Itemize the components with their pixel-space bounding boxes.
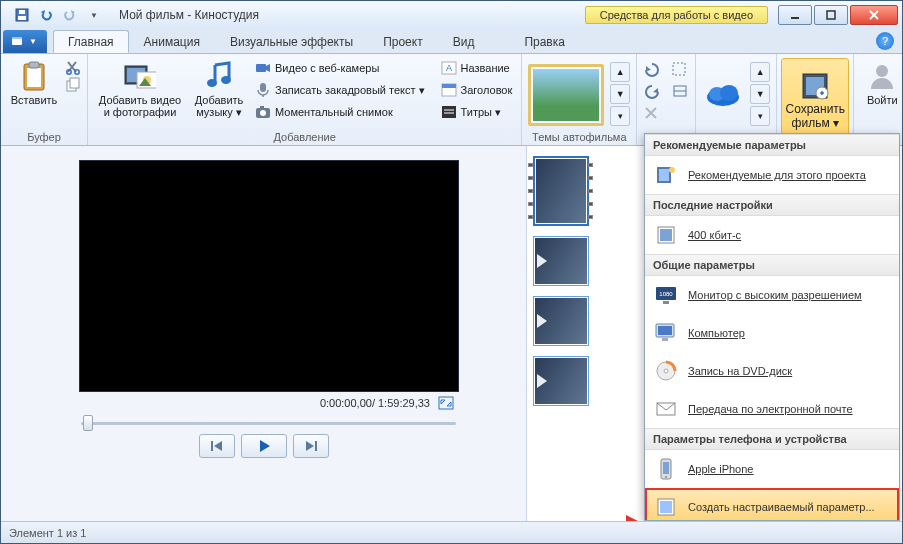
film-setting-icon bbox=[654, 223, 678, 247]
group-clipboard-label: Буфер bbox=[7, 130, 81, 143]
dd-item-email[interactable]: Передача по электронной почте bbox=[645, 390, 899, 428]
webcam-video-button[interactable]: Видео с веб-камеры bbox=[252, 57, 428, 79]
window-title: Мой фильм - Киностудия bbox=[119, 8, 259, 22]
credits-button[interactable]: Титры ▾ bbox=[438, 101, 516, 123]
select-all-icon[interactable] bbox=[671, 61, 689, 77]
group-signin: Войти bbox=[854, 54, 903, 145]
qat-redo-icon[interactable] bbox=[59, 4, 81, 26]
tab-view[interactable]: Вид bbox=[438, 30, 490, 53]
svg-text:1080: 1080 bbox=[659, 291, 673, 297]
next-frame-button[interactable] bbox=[293, 434, 329, 458]
video-preview[interactable] bbox=[79, 160, 459, 392]
share-gallery-up[interactable]: ▲ bbox=[750, 62, 770, 82]
credits-icon bbox=[441, 105, 457, 119]
quick-access-toolbar: ▼ bbox=[5, 4, 111, 26]
tab-visual-effects[interactable]: Визуальные эффекты bbox=[215, 30, 368, 53]
dd-item-400kbit[interactable]: 400 кбит-с bbox=[645, 216, 899, 254]
maximize-button[interactable] bbox=[814, 5, 848, 25]
group-add: Добавить видео и фотографии Добавить муз… bbox=[88, 54, 522, 145]
dd-section-common: Общие параметры bbox=[645, 254, 899, 276]
ribbon-tabs: ▼ Главная Анимация Визуальные эффекты Пр… bbox=[1, 29, 902, 54]
clip-1[interactable] bbox=[533, 156, 589, 226]
play-button[interactable] bbox=[241, 434, 287, 458]
clipboard-icon bbox=[18, 60, 50, 92]
copy-icon[interactable] bbox=[65, 77, 81, 93]
dd-item-dvd[interactable]: Запись на DVD-диск bbox=[645, 352, 899, 390]
close-button[interactable] bbox=[850, 5, 898, 25]
dd-item-custom-setting[interactable]: Создать настраиваемый параметр... bbox=[645, 488, 899, 521]
automovie-theme-gallery[interactable] bbox=[528, 64, 604, 126]
qat-undo-icon[interactable] bbox=[35, 4, 57, 26]
clip-4[interactable] bbox=[533, 356, 589, 406]
svg-rect-26 bbox=[260, 106, 264, 109]
svg-rect-46 bbox=[315, 441, 317, 451]
svg-point-20 bbox=[221, 76, 231, 84]
svg-rect-7 bbox=[12, 37, 22, 39]
paste-label: Вставить bbox=[11, 94, 58, 106]
tab-project[interactable]: Проект bbox=[368, 30, 438, 53]
fullscreen-icon[interactable] bbox=[438, 396, 454, 410]
iphone-icon bbox=[654, 457, 678, 481]
signin-button[interactable]: Войти bbox=[860, 57, 903, 109]
clip-2[interactable] bbox=[533, 236, 589, 286]
voiceover-button[interactable]: Записать закадровый текст ▾ bbox=[252, 79, 428, 101]
clip-3[interactable] bbox=[533, 296, 589, 346]
onedrive-button[interactable] bbox=[702, 81, 744, 107]
group-share: ▲ ▼ ▾ bbox=[696, 54, 777, 145]
tab-home[interactable]: Главная bbox=[53, 30, 129, 53]
snapshot-button[interactable]: Моментальный снимок bbox=[252, 101, 428, 123]
tool-icon[interactable] bbox=[671, 83, 689, 99]
group-edit-misc bbox=[637, 54, 696, 145]
statusbar: Элемент 1 из 1 bbox=[1, 521, 902, 543]
dd-item-recommended-project[interactable]: Рекомендуемые для этого проекта bbox=[645, 156, 899, 194]
svg-rect-56 bbox=[658, 326, 672, 335]
share-gallery-more[interactable]: ▾ bbox=[750, 106, 770, 126]
user-icon bbox=[866, 60, 898, 92]
dd-item-hd-monitor[interactable]: 1080 Монитор с высоким разрешением bbox=[645, 276, 899, 314]
film-photo-icon bbox=[124, 60, 156, 92]
rotate-left-icon[interactable] bbox=[643, 61, 661, 77]
group-clipboard: Вставить Буфер bbox=[1, 54, 88, 145]
window-controls bbox=[778, 5, 898, 25]
gallery-down-button[interactable]: ▼ bbox=[610, 84, 630, 104]
cut-icon[interactable] bbox=[65, 59, 81, 75]
gallery-more-button[interactable]: ▾ bbox=[610, 106, 630, 126]
tab-edit[interactable]: Правка bbox=[509, 30, 580, 53]
add-video-photos-button[interactable]: Добавить видео и фотографии bbox=[94, 57, 186, 121]
computer-icon bbox=[654, 321, 678, 345]
file-menu-button[interactable]: ▼ bbox=[3, 30, 47, 53]
qat-customize-icon[interactable]: ▼ bbox=[83, 4, 105, 26]
webcam-icon bbox=[255, 61, 271, 75]
qat-save-icon[interactable] bbox=[11, 4, 33, 26]
dd-item-iphone[interactable]: Apple iPhone bbox=[645, 450, 899, 488]
svg-point-25 bbox=[260, 110, 266, 116]
dd-item-computer[interactable]: Компьютер bbox=[645, 314, 899, 352]
svg-rect-48 bbox=[659, 169, 669, 181]
svg-rect-57 bbox=[662, 338, 668, 341]
save-movie-label: Сохранить фильм ▾ bbox=[785, 102, 845, 130]
prev-frame-button[interactable] bbox=[199, 434, 235, 458]
paste-button[interactable]: Вставить bbox=[7, 57, 61, 109]
svg-point-43 bbox=[876, 65, 888, 77]
svg-rect-10 bbox=[29, 62, 39, 68]
dd-section-phone: Параметры телефона и устройства bbox=[645, 428, 899, 450]
share-gallery-down[interactable]: ▼ bbox=[750, 84, 770, 104]
dd-section-recommended: Рекомендуемые параметры bbox=[645, 134, 899, 156]
film-save-icon bbox=[799, 70, 831, 102]
minimize-button[interactable] bbox=[778, 5, 812, 25]
add-music-button[interactable]: Добавить музыку ▾ bbox=[190, 57, 248, 121]
gallery-up-button[interactable]: ▲ bbox=[610, 62, 630, 82]
save-movie-button[interactable]: Сохранить фильм ▾ bbox=[781, 58, 849, 141]
svg-rect-1 bbox=[18, 16, 26, 20]
group-save: Сохранить фильм ▾ bbox=[777, 54, 854, 145]
dd-section-recent: Последние настройки bbox=[645, 194, 899, 216]
svg-rect-45 bbox=[211, 441, 213, 451]
tab-animation[interactable]: Анимация bbox=[129, 30, 215, 53]
help-button[interactable]: ? bbox=[876, 32, 894, 50]
delete-icon[interactable] bbox=[643, 105, 661, 121]
title-button[interactable]: AНазвание bbox=[438, 57, 516, 79]
rotate-right-icon[interactable] bbox=[643, 83, 661, 99]
seek-slider[interactable] bbox=[81, 418, 456, 428]
header-button[interactable]: Заголовок bbox=[438, 79, 516, 101]
dvd-icon bbox=[654, 359, 678, 383]
